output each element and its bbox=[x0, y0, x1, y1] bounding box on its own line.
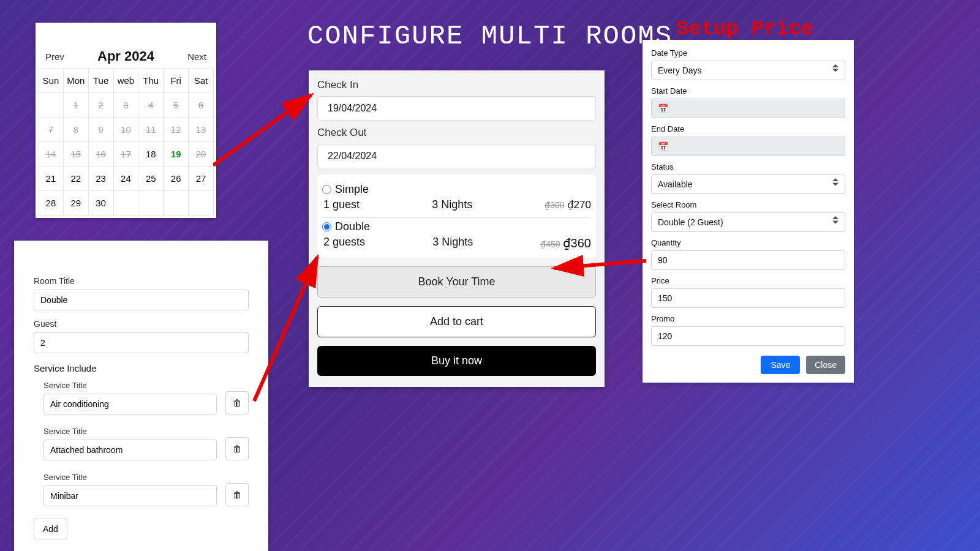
delete-service-button[interactable]: 🗑 bbox=[225, 437, 249, 460]
promo-input[interactable] bbox=[651, 326, 845, 346]
calendar-day[interactable]: 9 bbox=[88, 118, 113, 142]
checkout-field[interactable]: 22/04/2024 bbox=[317, 144, 596, 168]
delete-service-button[interactable]: 🗑 bbox=[225, 483, 249, 506]
end-date-label: End Date bbox=[651, 124, 845, 133]
delete-service-button[interactable]: 🗑 bbox=[225, 391, 249, 414]
room-option-name: Double bbox=[335, 220, 370, 233]
trash-icon: 🗑 bbox=[233, 490, 241, 500]
service-title-input[interactable] bbox=[43, 485, 217, 506]
booking-panel: Check In 19/04/2024 Check Out 22/04/2024… bbox=[309, 70, 605, 387]
guest-input[interactable] bbox=[34, 332, 249, 353]
checkin-field[interactable]: 19/04/2024 bbox=[317, 96, 596, 121]
calendar-day[interactable]: 1 bbox=[63, 93, 88, 118]
calendar-dow: Thu bbox=[138, 69, 164, 93]
status-select[interactable]: Available bbox=[651, 174, 845, 194]
calendar-day bbox=[138, 191, 164, 216]
page-title: CONFIGURE MULTI ROOMS bbox=[307, 21, 673, 51]
trash-icon: 🗑 bbox=[233, 398, 241, 408]
calendar-day[interactable]: 3 bbox=[113, 93, 138, 118]
room-title-input[interactable] bbox=[34, 290, 249, 310]
select-room-label: Select Room bbox=[651, 200, 845, 209]
add-to-cart-button[interactable]: Add to cart bbox=[317, 306, 596, 337]
promo-label: Promo bbox=[651, 314, 845, 323]
calendar-day[interactable]: 27 bbox=[189, 167, 214, 191]
calendar-day[interactable]: 12 bbox=[164, 118, 189, 142]
room-option-radio[interactable] bbox=[322, 185, 331, 194]
date-type-select[interactable]: Every Days bbox=[651, 61, 845, 80]
room-option-nights: 3 Nights bbox=[432, 236, 473, 250]
calendar-day[interactable]: 5 bbox=[164, 93, 189, 118]
room-option-name: Simple bbox=[335, 183, 369, 196]
calendar-day[interactable]: 14 bbox=[39, 142, 64, 167]
configure-room-panel: Room Title Guest Service Include Service… bbox=[14, 241, 268, 551]
date-type-label: Date Type bbox=[651, 48, 845, 58]
calendar-dow: Tue bbox=[88, 69, 113, 93]
calendar-day[interactable]: 23 bbox=[88, 167, 113, 191]
calendar-day[interactable]: 13 bbox=[189, 118, 214, 142]
close-button[interactable]: Close bbox=[806, 356, 845, 374]
calendar-day[interactable]: 24 bbox=[113, 167, 138, 191]
calendar-icon: 📅 bbox=[658, 141, 668, 151]
calendar-day[interactable]: 15 bbox=[63, 142, 88, 167]
room-select[interactable]: Double (2 Guest) bbox=[651, 212, 845, 232]
calendar-day[interactable]: 29 bbox=[63, 191, 88, 216]
room-option-nights: 3 Nights bbox=[432, 198, 472, 211]
calendar-day[interactable]: 25 bbox=[138, 167, 164, 191]
price-label: Price bbox=[651, 276, 845, 285]
calendar-day[interactable]: 30 bbox=[88, 191, 113, 216]
calendar-dow: Mon bbox=[63, 69, 88, 93]
calendar-day[interactable]: 11 bbox=[138, 118, 164, 142]
room-option-price: ₫360 bbox=[563, 236, 591, 250]
save-button[interactable]: Save bbox=[761, 356, 800, 374]
quantity-input[interactable] bbox=[651, 250, 845, 270]
next-month-button[interactable]: Next bbox=[184, 51, 210, 62]
svg-line-0 bbox=[213, 95, 311, 165]
status-label: Status bbox=[651, 162, 845, 171]
calendar-day bbox=[113, 191, 138, 216]
calendar-day[interactable]: 7 bbox=[39, 118, 64, 142]
calendar-day[interactable]: 8 bbox=[63, 118, 88, 142]
checkout-label: Check Out bbox=[317, 127, 596, 139]
guest-label: Guest bbox=[34, 319, 249, 329]
calendar-day[interactable]: 28 bbox=[39, 191, 64, 216]
room-option-radio[interactable] bbox=[322, 222, 331, 231]
quantity-label: Quantity bbox=[651, 238, 845, 247]
calendar-day[interactable]: 17 bbox=[113, 142, 138, 167]
room-option-old-price: ₫300 bbox=[545, 200, 564, 210]
setup-price-panel: Date Type Every Days Start Date 📅 End Da… bbox=[643, 40, 854, 383]
service-title-input[interactable] bbox=[43, 394, 217, 414]
calendar-day[interactable]: 4 bbox=[138, 93, 164, 118]
service-title-label: Service Title bbox=[43, 473, 217, 482]
service-title-input[interactable] bbox=[43, 440, 217, 460]
calendar-dow: Fri bbox=[164, 69, 189, 93]
calendar-day[interactable]: 10 bbox=[113, 118, 138, 142]
calendar-day[interactable]: 26 bbox=[164, 167, 189, 191]
start-date-label: Start Date bbox=[651, 86, 845, 96]
calendar-day bbox=[39, 93, 64, 118]
buy-now-button[interactable]: Buy it now bbox=[317, 346, 596, 376]
calendar-day[interactable]: 22 bbox=[63, 167, 88, 191]
calendar-day[interactable]: 21 bbox=[39, 167, 64, 191]
end-date-input[interactable]: 📅 bbox=[651, 137, 845, 156]
calendar-day[interactable]: 6 bbox=[189, 93, 214, 118]
calendar-grid[interactable]: SunMonTuewebThuFriSat 123456789101112131… bbox=[38, 68, 214, 216]
service-title-label: Service Title bbox=[43, 381, 217, 390]
calendar-day[interactable]: 19 bbox=[164, 142, 189, 167]
calendar-day[interactable]: 16 bbox=[88, 142, 113, 167]
calendar-day[interactable]: 20 bbox=[189, 142, 214, 167]
calendar-dow: web bbox=[113, 69, 138, 93]
calendar-panel: Prev Apr 2024 Next SunMonTuewebThuFriSat… bbox=[36, 23, 216, 218]
start-date-input[interactable]: 📅 bbox=[651, 99, 845, 118]
checkin-label: Check In bbox=[317, 79, 596, 91]
calendar-month: Apr 2024 bbox=[97, 48, 154, 64]
room-title-label: Room Title bbox=[34, 276, 249, 286]
calendar-day[interactable]: 2 bbox=[88, 93, 113, 118]
add-service-button[interactable]: Add bbox=[34, 519, 67, 539]
calendar-day[interactable]: 18 bbox=[138, 142, 164, 167]
price-input[interactable] bbox=[651, 288, 845, 308]
book-button[interactable]: Book Your Time bbox=[317, 266, 596, 298]
room-option-guests: 1 guest bbox=[323, 198, 360, 211]
room-option-old-price: ₫450 bbox=[540, 239, 560, 249]
calendar-day bbox=[189, 191, 214, 216]
prev-month-button[interactable]: Prev bbox=[42, 51, 68, 62]
